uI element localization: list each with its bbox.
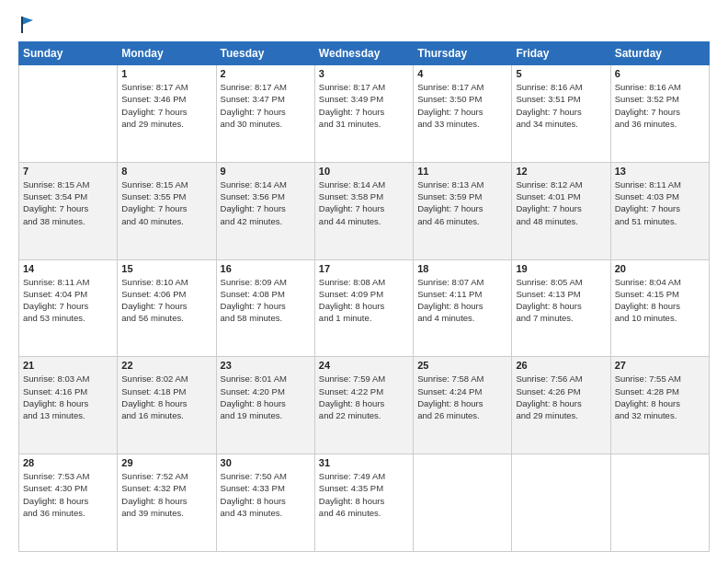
calendar-day-cell: 26Sunrise: 7:56 AM Sunset: 4:26 PM Dayli… xyxy=(512,357,610,454)
day-detail: Sunrise: 7:58 AM Sunset: 4:24 PM Dayligh… xyxy=(417,373,507,421)
page: SundayMondayTuesdayWednesdayThursdayFrid… xyxy=(0,0,728,563)
calendar-day-cell: 2Sunrise: 8:17 AM Sunset: 3:47 PM Daylig… xyxy=(216,65,314,163)
day-detail: Sunrise: 8:13 AM Sunset: 3:59 PM Dayligh… xyxy=(417,178,507,227)
day-number: 30 xyxy=(221,457,311,468)
day-number: 23 xyxy=(221,360,311,371)
calendar-day-cell: 15Sunrise: 8:10 AM Sunset: 4:06 PM Dayli… xyxy=(118,259,216,357)
day-number: 14 xyxy=(23,263,113,274)
day-detail: Sunrise: 8:05 AM Sunset: 4:13 PM Dayligh… xyxy=(516,276,606,325)
day-number: 8 xyxy=(121,166,211,177)
day-number: 13 xyxy=(615,166,705,177)
calendar-header-sunday: Sunday xyxy=(19,42,118,65)
day-number: 19 xyxy=(516,263,606,274)
calendar-empty-cell xyxy=(19,65,118,163)
calendar-day-cell: 16Sunrise: 8:09 AM Sunset: 4:08 PM Dayli… xyxy=(216,259,314,357)
day-detail: Sunrise: 8:14 AM Sunset: 3:58 PM Dayligh… xyxy=(319,178,409,227)
day-detail: Sunrise: 8:11 AM Sunset: 4:04 PM Dayligh… xyxy=(23,276,113,325)
day-detail: Sunrise: 8:14 AM Sunset: 3:56 PM Dayligh… xyxy=(221,178,311,227)
day-detail: Sunrise: 8:17 AM Sunset: 3:47 PM Dayligh… xyxy=(221,81,311,130)
calendar-day-cell: 20Sunrise: 8:04 AM Sunset: 4:15 PM Dayli… xyxy=(610,259,709,357)
day-detail: Sunrise: 7:53 AM Sunset: 4:30 PM Dayligh… xyxy=(23,470,113,519)
calendar-day-cell: 28Sunrise: 7:53 AM Sunset: 4:30 PM Dayli… xyxy=(19,454,118,552)
day-number: 22 xyxy=(121,360,211,371)
day-number: 2 xyxy=(221,68,311,79)
calendar-header-monday: Monday xyxy=(118,42,216,65)
day-detail: Sunrise: 8:12 AM Sunset: 4:01 PM Dayligh… xyxy=(516,178,606,227)
calendar-header-tuesday: Tuesday xyxy=(216,42,314,65)
calendar-day-cell: 11Sunrise: 8:13 AM Sunset: 3:59 PM Dayli… xyxy=(414,162,512,259)
day-number: 4 xyxy=(417,68,507,79)
day-detail: Sunrise: 8:03 AM Sunset: 4:16 PM Dayligh… xyxy=(23,373,113,421)
day-number: 29 xyxy=(121,457,211,468)
day-detail: Sunrise: 8:07 AM Sunset: 4:11 PM Dayligh… xyxy=(417,276,507,325)
day-number: 9 xyxy=(221,166,311,177)
calendar-day-cell: 1Sunrise: 8:17 AM Sunset: 3:46 PM Daylig… xyxy=(118,65,216,163)
calendar-header-wednesday: Wednesday xyxy=(314,42,413,65)
day-detail: Sunrise: 8:08 AM Sunset: 4:09 PM Dayligh… xyxy=(319,276,409,325)
calendar-header-row: SundayMondayTuesdayWednesdayThursdayFrid… xyxy=(19,42,710,65)
day-detail: Sunrise: 7:49 AM Sunset: 4:35 PM Dayligh… xyxy=(319,470,409,519)
calendar-week-row: 28Sunrise: 7:53 AM Sunset: 4:30 PM Dayli… xyxy=(19,454,710,552)
calendar-day-cell: 30Sunrise: 7:50 AM Sunset: 4:33 PM Dayli… xyxy=(216,454,314,552)
day-detail: Sunrise: 8:02 AM Sunset: 4:18 PM Dayligh… xyxy=(121,373,211,421)
day-number: 3 xyxy=(319,68,409,79)
calendar-day-cell: 23Sunrise: 8:01 AM Sunset: 4:20 PM Dayli… xyxy=(216,357,314,454)
day-detail: Sunrise: 7:59 AM Sunset: 4:22 PM Dayligh… xyxy=(319,373,409,421)
calendar-week-row: 1Sunrise: 8:17 AM Sunset: 3:46 PM Daylig… xyxy=(19,65,710,163)
calendar-empty-cell xyxy=(512,454,610,552)
day-number: 25 xyxy=(417,360,507,371)
logo xyxy=(18,15,33,34)
calendar-day-cell: 18Sunrise: 8:07 AM Sunset: 4:11 PM Dayli… xyxy=(414,259,512,357)
calendar-day-cell: 14Sunrise: 8:11 AM Sunset: 4:04 PM Dayli… xyxy=(19,259,118,357)
day-number: 10 xyxy=(319,166,409,177)
calendar-day-cell: 6Sunrise: 8:16 AM Sunset: 3:52 PM Daylig… xyxy=(610,65,709,163)
calendar-day-cell: 22Sunrise: 8:02 AM Sunset: 4:18 PM Dayli… xyxy=(118,357,216,454)
day-detail: Sunrise: 8:11 AM Sunset: 4:03 PM Dayligh… xyxy=(615,178,705,227)
day-number: 31 xyxy=(319,457,409,468)
day-number: 24 xyxy=(319,360,409,371)
day-detail: Sunrise: 7:56 AM Sunset: 4:26 PM Dayligh… xyxy=(516,373,606,421)
calendar-day-cell: 21Sunrise: 8:03 AM Sunset: 4:16 PM Dayli… xyxy=(19,357,118,454)
day-detail: Sunrise: 8:10 AM Sunset: 4:06 PM Dayligh… xyxy=(121,276,211,325)
calendar-day-cell: 7Sunrise: 8:15 AM Sunset: 3:54 PM Daylig… xyxy=(19,162,118,259)
day-detail: Sunrise: 8:04 AM Sunset: 4:15 PM Dayligh… xyxy=(615,276,705,325)
calendar-day-cell: 31Sunrise: 7:49 AM Sunset: 4:35 PM Dayli… xyxy=(314,454,413,552)
calendar-day-cell: 12Sunrise: 8:12 AM Sunset: 4:01 PM Dayli… xyxy=(512,162,610,259)
calendar-empty-cell xyxy=(610,454,709,552)
day-number: 20 xyxy=(615,263,705,274)
header xyxy=(18,15,710,34)
logo-text xyxy=(18,15,33,34)
day-number: 7 xyxy=(23,166,113,177)
calendar-empty-cell xyxy=(414,454,512,552)
day-number: 28 xyxy=(23,457,113,468)
calendar-day-cell: 9Sunrise: 8:14 AM Sunset: 3:56 PM Daylig… xyxy=(216,162,314,259)
calendar-day-cell: 10Sunrise: 8:14 AM Sunset: 3:58 PM Dayli… xyxy=(314,162,413,259)
calendar-day-cell: 17Sunrise: 8:08 AM Sunset: 4:09 PM Dayli… xyxy=(314,259,413,357)
calendar-day-cell: 8Sunrise: 8:15 AM Sunset: 3:55 PM Daylig… xyxy=(118,162,216,259)
calendar-day-cell: 25Sunrise: 7:58 AM Sunset: 4:24 PM Dayli… xyxy=(414,357,512,454)
day-number: 12 xyxy=(516,166,606,177)
day-detail: Sunrise: 8:15 AM Sunset: 3:55 PM Dayligh… xyxy=(121,178,211,227)
day-number: 21 xyxy=(23,360,113,371)
calendar-day-cell: 24Sunrise: 7:59 AM Sunset: 4:22 PM Dayli… xyxy=(314,357,413,454)
day-number: 26 xyxy=(516,360,606,371)
calendar-header-thursday: Thursday xyxy=(414,42,512,65)
day-detail: Sunrise: 8:01 AM Sunset: 4:20 PM Dayligh… xyxy=(221,373,311,421)
day-number: 17 xyxy=(319,263,409,274)
day-number: 11 xyxy=(417,166,507,177)
svg-marker-0 xyxy=(22,17,33,25)
calendar-table: SundayMondayTuesdayWednesdayThursdayFrid… xyxy=(18,41,710,552)
calendar-week-row: 14Sunrise: 8:11 AM Sunset: 4:04 PM Dayli… xyxy=(19,259,710,357)
calendar-header-saturday: Saturday xyxy=(610,42,709,65)
day-number: 15 xyxy=(121,263,211,274)
day-detail: Sunrise: 8:17 AM Sunset: 3:46 PM Dayligh… xyxy=(121,81,211,130)
calendar-day-cell: 5Sunrise: 8:16 AM Sunset: 3:51 PM Daylig… xyxy=(512,65,610,163)
day-number: 5 xyxy=(516,68,606,79)
day-number: 16 xyxy=(221,263,311,274)
calendar-week-row: 7Sunrise: 8:15 AM Sunset: 3:54 PM Daylig… xyxy=(19,162,710,259)
day-detail: Sunrise: 7:52 AM Sunset: 4:32 PM Dayligh… xyxy=(121,470,211,519)
day-detail: Sunrise: 7:55 AM Sunset: 4:28 PM Dayligh… xyxy=(615,373,705,421)
day-detail: Sunrise: 8:09 AM Sunset: 4:08 PM Dayligh… xyxy=(221,276,311,325)
day-detail: Sunrise: 8:17 AM Sunset: 3:50 PM Dayligh… xyxy=(417,81,507,130)
logo-flag-icon xyxy=(20,17,33,33)
